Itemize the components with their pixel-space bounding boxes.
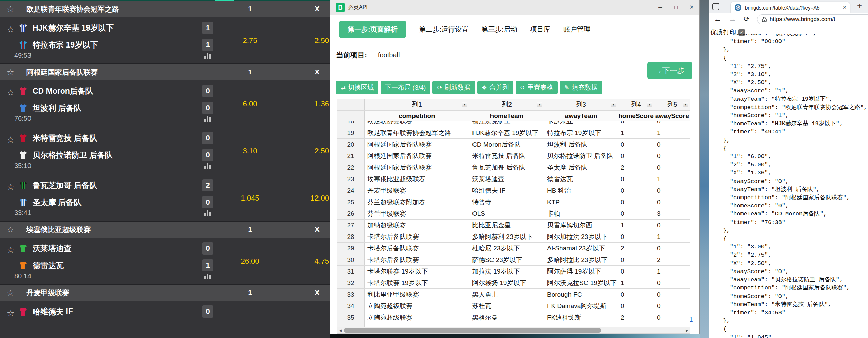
stats-icon[interactable] [204, 209, 211, 216]
stats-icon[interactable] [204, 115, 211, 122]
table-row[interactable]: 25芬兰超级联赛附加赛特普寺KTP00 [337, 196, 690, 208]
table-row[interactable]: 18欧足联协会联赛顿涅茨克矿工卡沙米亚00 [337, 121, 690, 127]
filter-icon[interactable]: ▾ [647, 102, 652, 107]
table-row[interactable]: 31卡塔尔联赛 19岁以下加拉法 19岁以下阿尔萨得 19岁以下01 [337, 265, 690, 277]
filter-icon[interactable]: ▾ [611, 102, 616, 107]
browser-tab[interactable]: W bringds.com/tableX/data?key=A5 ✕ [731, 2, 850, 13]
scroll-right-icon[interactable]: ▶ [684, 327, 690, 333]
cell-awayScore: 0 [654, 243, 690, 254]
odds-home[interactable]: 2.75 [236, 34, 264, 48]
home-team: 米特雷竞技 后备队 [19, 132, 97, 144]
home-score-badge: 1 [202, 22, 213, 34]
tab-2[interactable]: 第二步:运行设置 [419, 25, 469, 34]
cell-homeTeam: 加拉法 19岁以下 [469, 266, 544, 277]
refresh-icon[interactable]: ⟳ [744, 15, 750, 23]
new-tab-button[interactable]: + [857, 1, 862, 11]
table-row[interactable]: 24丹麦甲级联赛哈维德夫 IFHB 科治00 [337, 185, 690, 196]
league-name: 阿根廷国家后备队联赛 [26, 68, 98, 77]
filter-icon[interactable]: ▾ [683, 102, 688, 107]
back-icon[interactable]: ← [714, 15, 721, 24]
odds-home[interactable]: 26.00 [236, 255, 264, 268]
match-row[interactable]: ☆ HJK赫尔辛基 19岁以下1 特拉布宗 19岁以下149:532.752.5… [0, 17, 330, 64]
tab-5[interactable]: 账户管理 [563, 25, 591, 34]
cell-homeScore: 1 [618, 277, 654, 288]
favorite-star-icon[interactable]: ☆ [7, 225, 14, 234]
table-row[interactable]: 19欧足联青年联赛协会冠军之路HJK赫尔辛基 19岁以下特拉布宗 19岁以下11 [337, 127, 690, 138]
favorite-star-icon[interactable]: ☆ [7, 308, 14, 318]
tab-actions-icon[interactable] [712, 3, 719, 10]
filter-icon[interactable]: ▾ [537, 102, 542, 107]
table-row[interactable]: 33利比里亚甲级联赛黑人勇士Borough FC00 [337, 288, 690, 300]
table-row[interactable]: 34立陶宛超级联赛苏杜瓦FK Dainava阿尔堤斯00 [337, 300, 690, 312]
table-row[interactable]: 28卡塔尔后备队联赛多哈阿赫利 23岁以下阿尔加拉法 23岁以下01 [337, 231, 690, 242]
maximize-button[interactable]: □ [668, 0, 684, 15]
fill-data-button[interactable]: ✎填充数据 [560, 81, 602, 94]
odds-home[interactable]: 3.10 [236, 144, 264, 158]
table-row[interactable]: 26芬兰甲级联赛OLS卡帕03 [337, 208, 690, 219]
odds-column-header-1: 1 [236, 64, 264, 80]
pagination-link[interactable]: 1 [689, 316, 693, 323]
next-step-button[interactable]: →下一步 [647, 62, 692, 79]
table-row[interactable]: 22阿根廷国家后备队联赛鲁瓦芝加哥 后备队圣太摩 后备队20 [337, 162, 690, 173]
refresh-data-button[interactable]: ⟳刷新数据 [432, 81, 475, 94]
odds-draw[interactable]: 2.50 [305, 34, 329, 48]
match-row[interactable]: ☆ 沃莱塔迪查0 德雷达瓦180:1426.004.75 [0, 238, 330, 285]
odds-home[interactable]: 1.045 [236, 191, 264, 205]
close-button[interactable]: ✕ [684, 0, 699, 15]
table-row[interactable]: 29卡塔尔后备队联赛杜哈尼 23岁以下Al-Shamal 23岁以下20 [337, 242, 690, 254]
tab-4[interactable]: 项目库 [530, 25, 551, 34]
table-row[interactable]: 20阿根廷国家后备队联赛CD Moron后备队坦波利 后备队00 [337, 138, 690, 150]
table-row[interactable]: 35立陶宛超级联赛黑格尔曼FK迪祖戈斯20 [337, 312, 690, 323]
stats-icon[interactable] [204, 52, 211, 59]
match-row[interactable]: ☆ 鲁瓦芝加哥 后备队2 圣太摩 后备队033:411.04512.00 [0, 174, 330, 222]
cell-awayTeam: 德雷达瓦 [544, 173, 618, 185]
reset-table-button[interactable]: ↺重置表格 [516, 81, 558, 94]
odds-home[interactable]: 6.00 [236, 97, 264, 111]
table-row[interactable]: 23埃塞俄比亚超级联赛沃莱塔迪查德雷达瓦01 [337, 173, 690, 185]
home-team: 沃莱塔迪查 [19, 242, 72, 255]
tab-close-icon[interactable]: ✕ [842, 4, 847, 11]
table-row[interactable]: 27加纳超级联赛比比亚尼金星贝雷库姆切尔西10 [337, 219, 690, 231]
table-row[interactable]: 32卡塔尔联赛 19岁以下阿尔赖扬 19岁以下阿尔沃克拉SC 19岁以下10 [337, 277, 690, 288]
odds-draw[interactable]: 1.36 [305, 97, 329, 111]
favorite-star-icon[interactable]: ☆ [7, 135, 14, 145]
switch-area-button[interactable]: ⇄切换区域 [336, 81, 378, 94]
filter-icon[interactable]: ▾ [462, 102, 467, 107]
address-bar[interactable]: https://www.bringds.com/t [757, 14, 868, 24]
table-row[interactable]: 21阿根廷国家后备队联赛米特雷竞技 后备队贝尔格拉诺防卫 后备队00 [337, 150, 690, 162]
team-jersey-icon [19, 244, 27, 253]
minimize-button[interactable]: ─ [653, 0, 668, 15]
favorite-star-icon[interactable]: ☆ [7, 288, 14, 298]
favorite-star-icon[interactable]: ☆ [7, 245, 14, 255]
favorite-star-icon[interactable]: ☆ [7, 68, 14, 77]
favorite-star-icon[interactable]: ☆ [7, 182, 14, 192]
app-title: 必灵API [348, 4, 368, 11]
forward-icon[interactable]: → [729, 15, 736, 24]
fill-data-icon: ✎ [564, 84, 570, 91]
horizontal-scrollbar[interactable]: ◀ ▶ [337, 327, 690, 334]
desktop-wallpaper-bottom [330, 334, 700, 338]
column-header-2: 列2▾ [469, 99, 544, 110]
tab-1[interactable]: 第一步:页面解析 [339, 21, 406, 38]
match-row[interactable]: ☆ 哈维德夫 IF0 [0, 301, 330, 335]
odds-draw[interactable]: 4.75 [305, 255, 329, 268]
favorite-star-icon[interactable]: ☆ [7, 24, 14, 34]
column-header-3: 列3▾ [544, 99, 618, 110]
match-row[interactable]: ☆ CD Moron后备队0 坦波利 后备队076:506.001.36 [0, 80, 330, 127]
scroll-left-icon[interactable]: ◀ [337, 327, 343, 333]
cell-homeScore: 0 [618, 208, 654, 219]
home-score-badge: 0 [202, 242, 213, 255]
stats-icon[interactable] [204, 273, 211, 279]
next-layout-button[interactable]: 下一布局 (3/4) [381, 81, 430, 94]
favorite-star-icon[interactable]: ☆ [7, 88, 14, 97]
odds-draw[interactable]: 12.00 [305, 191, 329, 205]
table-row[interactable]: 30卡塔尔后备队联赛萨德SC 23岁以下多哈阿拉比 23岁以下02 [337, 254, 690, 265]
stats-icon[interactable] [204, 162, 211, 169]
scroll-thumb[interactable] [344, 328, 601, 333]
odds-draw[interactable]: 2.50 [305, 144, 329, 158]
favorite-star-icon[interactable]: ☆ [7, 4, 14, 14]
tab-3[interactable]: 第三步:启动 [481, 25, 517, 34]
merge-columns-button[interactable]: ❖合并列 [477, 81, 513, 94]
cell-homeScore: 0 [618, 231, 654, 242]
match-row[interactable]: ☆ 米特雷竞技 后备队0 贝尔格拉诺防卫 后备队035:103.102.50 [0, 127, 330, 174]
